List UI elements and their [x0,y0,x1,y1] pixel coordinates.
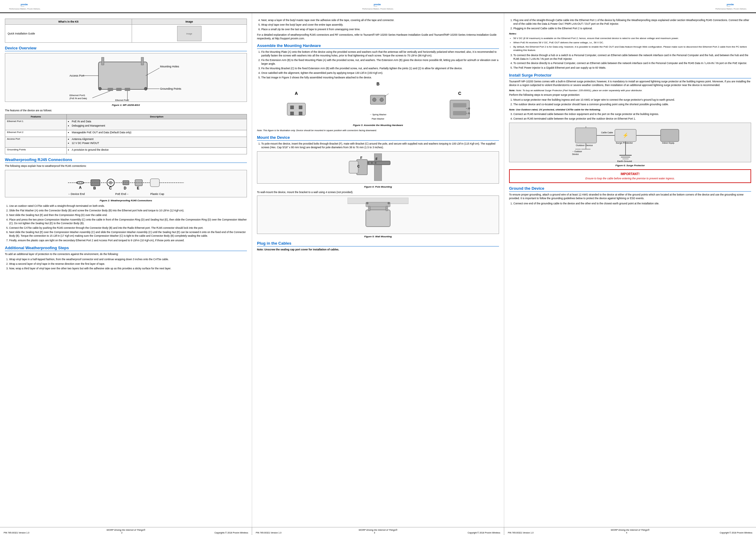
footer-1-right: Copyrights © 2018 Proxim Wireless [214,532,248,534]
kit-table: What's in the Kit Image Quick Installati… [5,18,247,43]
svg-rect-67 [370,207,386,210]
add-wp-cont: Next, wrap a layer of the butyl mastic t… [257,18,499,40]
footer-2-line2: PIN 765-00321 Version 1.0 3 Copyright © … [256,532,500,534]
important-box: IMPORTANT! Ensure to loop the cable befo… [509,169,751,183]
feat-access-desc-1: Antenna Alignment [72,138,245,141]
wp-step-6: Next slide the Sealing Nut (E) over the … [9,231,247,238]
feat-eth2-desc: Manageable PoE OUT and Data (Default Dat… [67,130,247,137]
svg-text:Mounting Holes: Mounting Holes [160,65,179,68]
wp-step-3: Next slide the Sealing Nut (E) and then … [9,213,247,217]
svg-text:proxim: proxim [21,3,28,6]
svg-rect-6 [98,62,147,89]
svg-rect-69 [368,206,370,211]
notes-label: Notes: [509,32,751,35]
svg-rect-10 [116,88,122,91]
svg-point-72 [388,202,390,204]
svg-rect-52 [453,111,466,115]
surge-title: Install Surge Protector [509,73,751,78]
figure-4-caption: Figure 4: Pole Mounting [257,185,499,188]
additional-wp-steps: Wrap vinyl tape in a half-lapped fashion… [9,258,247,270]
svg-text:Grounding Points: Grounding Points [160,87,181,90]
column-3: Plug one end of the straight-through Cat… [504,13,756,527]
svg-rect-68 [366,210,390,227]
column-1: What's in the Kit Image Quick Installati… [0,13,252,527]
section-additional-wp: Additional Weatherproofing Steps To add … [5,245,247,270]
feat-eth1-desc: PoE IN and Data Debugging and Management [67,119,247,130]
feat-eth1-name: Ethernet Port 1 [5,119,67,130]
mount-device-steps: To pole-mount the device, insert the pro… [261,142,499,150]
device-features-intro: The features of the device are as follow… [5,109,247,113]
surge-note-1-text: Note: To buy an additional Surge Protect… [516,89,643,92]
kit-header-image: Image [132,19,247,25]
figure-3-row: A B [257,81,499,122]
plug-step-3: To connect the device through a hub or a… [513,54,751,61]
svg-point-48 [380,98,384,101]
main-content: What's in the Kit Image Quick Installati… [0,13,756,527]
wp-figure-caption: Figure 2: Weatherproofing RJ45 Connectio… [5,199,247,202]
important-text: Ensure to loop the cable before entering… [513,177,747,180]
svg-text:wireless: wireless [727,6,730,7]
surge-steps-label: Perform the following steps to ensure pr… [509,93,751,97]
svg-text:wireless: wireless [374,6,377,7]
kit-image-cell: Image [132,25,247,43]
svg-rect-45 [299,112,302,115]
plug-note-1-text: 56 V DC (8 W maximum) is available on th… [513,37,679,40]
footer-2-center: 3 [374,532,375,534]
logo-1: proxim wireless Performance Matters. Pro… [9,2,40,10]
wp-step-1: Use an outdoor rated CAT5e cable with a … [9,204,247,208]
svg-rect-51 [453,103,466,107]
add-wp-cont-steps: Next, wrap a layer of the butyl mastic t… [261,18,499,31]
svg-text:PoE End→: PoE End→ [115,192,129,195]
feat-access-desc-2: 12 V DC Power IN/OUT [72,142,245,145]
svg-text:proxim: proxim [374,3,381,6]
svg-text:A: A [79,185,82,190]
assemble-steps: Fix the Mounting Plate (A) onto the bott… [261,50,499,79]
svg-text:Ethernet Port2: Ethernet Port2 [115,99,129,101]
svg-text:Indoor Equip.: Indoor Equip. [662,142,675,144]
device-overview-title: Device Overview [5,46,247,51]
footer-col-2: WORP Driving the Internet of Things® PIN… [252,527,504,535]
svg-text:proxim: proxim [727,3,734,6]
svg-rect-8 [141,57,144,65]
wp-step-4: Place and press the two piece Compressio… [9,218,247,225]
svg-point-71 [366,202,368,204]
wp-step-5: Connect the CAT5e cable by pushing the R… [9,226,247,230]
svg-text:C: C [357,164,360,168]
ground-intro: To ensure proper grounding, attach a gro… [509,193,751,200]
svg-text:wireless: wireless [21,6,24,7]
footer-3-left: PIN 765-00321 Version 1.0 [508,532,533,534]
feat-gnd-name: Grounding Points [5,148,67,154]
feat-eth2-name: Ethernet Port 2 [5,130,67,137]
svg-text:←Device End: ←Device End [68,192,85,195]
plug-cont-steps: Plug one end of the straight-through Cat… [513,18,751,31]
plug-cables-cont: Plug one end of the straight-through Cat… [509,18,751,70]
svg-rect-43 [299,105,302,109]
logo-2: proxim wireless Performance Matters. Pro… [362,2,393,10]
svg-text:⚡: ⚡ [622,132,629,138]
svg-text:Earth Ground: Earth Ground [617,160,632,162]
plug-cables-title: Plug in the Cables [257,241,499,246]
feat-gnd-desc-1: A provision to ground the device [72,148,245,152]
svg-point-62 [367,162,369,164]
wp-step-7: Finally, ensure the plastic caps are tig… [9,239,247,242]
weatherproofing-title: Weatherproofing RJ45 Connections [5,157,247,163]
svg-rect-73 [575,128,597,143]
feat-row-access: Access Port Antenna Alignment 12 V DC Po… [5,137,247,148]
svg-text:C: C [109,186,112,190]
logo-2-tagline: Performance Matters. Proxim Delivers. [362,8,393,10]
mount-wall-text: To wall-mount the device, mount the brac… [257,191,499,194]
surge-note-1: Note: Note: To buy an additional Surge P… [509,89,751,92]
plug-step-4: To connect the device directly to a Pers… [513,62,751,65]
surge-step-1: Mount a surge protector near the buildin… [513,98,751,102]
svg-text:Access Port: Access Port [69,74,84,77]
svg-rect-40 [150,179,159,187]
assemble-step-5: The last image in Figure 3 shows the ful… [261,76,499,80]
svg-rect-70 [386,206,388,211]
add-wp-cont-step-5: Wrap vinyl tape over the butyl layer and… [261,23,499,27]
logo-3: proxim wireless Performance Matters. Pro… [716,2,747,10]
feat-header-features: Features [5,114,67,119]
svg-line-20 [93,91,110,98]
assemble-step-1: Fix the Mounting Plate (A) onto the bott… [261,50,499,58]
footer-3-line2: PIN 765-00321 Version 1.0 4 Copyright © … [508,532,752,534]
svg-text:→J2: →J2 [465,107,471,110]
